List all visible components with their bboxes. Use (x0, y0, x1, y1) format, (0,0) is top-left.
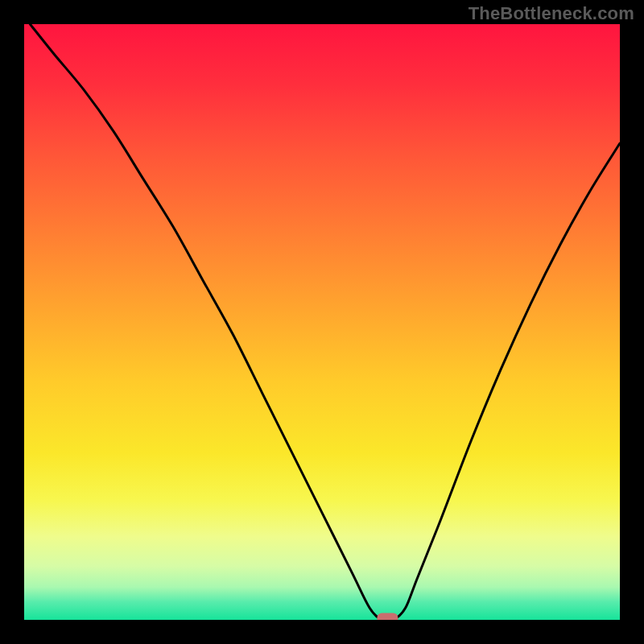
bottleneck-chart (0, 0, 644, 644)
watermark-text: TheBottleneck.com (469, 3, 634, 24)
gradient-background (24, 24, 620, 620)
optimal-point-marker (377, 613, 398, 624)
chart-frame: TheBottleneck.com (0, 0, 644, 644)
